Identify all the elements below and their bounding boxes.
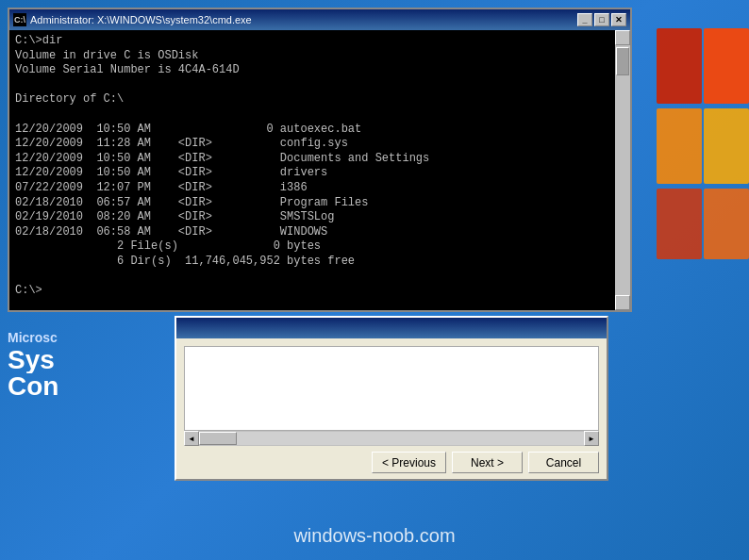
decorative-squares xyxy=(645,28,749,283)
cmd-body: C:\>dir Volume in drive C is OSDisk Volu… xyxy=(9,30,630,310)
installer-hscrollbar[interactable]: ◄ ► xyxy=(184,431,599,446)
cmd-titlebar-buttons: _ □ ✕ xyxy=(577,13,626,26)
hscroll-thumb[interactable] xyxy=(199,432,237,445)
cmd-window: C:\ Administrator: X:\WINDOWS\system32\c… xyxy=(8,8,632,312)
maximize-button[interactable]: □ xyxy=(594,13,609,26)
next-button[interactable]: Next > xyxy=(452,452,523,473)
previous-button[interactable]: < Previous xyxy=(372,452,446,473)
cmd-titlebar: C:\ Administrator: X:\WINDOWS\system32\c… xyxy=(9,9,630,30)
ms-logo-microsoft: Microsc xyxy=(8,330,167,345)
installer-buttons: < Previous Next > Cancel xyxy=(176,446,607,479)
ms-logo-area: Microsc Sys Con xyxy=(0,321,175,409)
scroll-up-arrow[interactable]: ▲ xyxy=(615,30,630,45)
installer-body xyxy=(184,346,599,431)
cmd-titlebar-left: C:\ Administrator: X:\WINDOWS\system32\c… xyxy=(13,13,252,26)
scroll-thumb[interactable] xyxy=(616,47,629,75)
scroll-down-arrow[interactable]: ▼ xyxy=(615,295,630,310)
hscroll-track[interactable] xyxy=(199,432,584,445)
cancel-button[interactable]: Cancel xyxy=(528,452,599,473)
minimize-button[interactable]: _ xyxy=(577,13,592,26)
close-button[interactable]: ✕ xyxy=(611,13,626,26)
cmd-scrollbar[interactable]: ▲ ▼ xyxy=(615,30,630,310)
scroll-track[interactable] xyxy=(616,45,629,295)
hscroll-right-arrow[interactable]: ► xyxy=(584,431,599,446)
ms-logo-sys: Sys xyxy=(8,347,167,373)
cmd-icon: C:\ xyxy=(13,13,26,26)
cmd-title: Administrator: X:\WINDOWS\system32\cmd.e… xyxy=(30,14,252,25)
cmd-content: C:\>dir Volume in drive C is OSDisk Volu… xyxy=(15,34,624,299)
watermark: windows-noob.com xyxy=(0,525,749,547)
ms-logo-con: Con xyxy=(8,373,167,400)
installer-dialog: ◄ ► < Previous Next > Cancel xyxy=(175,316,608,481)
hscroll-left-arrow[interactable]: ◄ xyxy=(184,431,199,446)
installer-titlebar xyxy=(176,318,607,338)
